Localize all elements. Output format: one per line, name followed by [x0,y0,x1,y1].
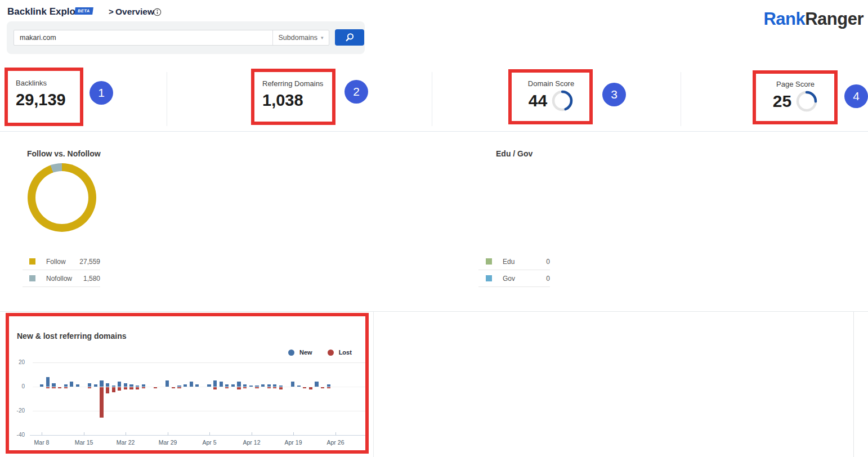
search-button[interactable] [335,29,364,46]
bar-new [129,384,133,387]
legend-separator [23,286,100,287]
gov-swatch [486,275,492,281]
annotation-circle-1: 1 [90,81,113,105]
bar-new [315,382,318,387]
bar-lost [243,387,247,388]
chevron-down-icon: ▾ [321,35,324,41]
bar-new [142,384,145,387]
follow-label: Follow [46,258,66,266]
domain-score-value: 44 [529,91,547,110]
bar-lost [88,387,91,388]
xtick-label: Mar 15 [67,439,101,446]
ytick-neg20: -20 [8,407,25,414]
domain-score-ring [551,89,574,112]
gov-label: Gov [503,275,515,283]
info-icon[interactable] [153,8,162,16]
backlink-explorer-page: Backlink Explorer BETA > Overview RankRa… [0,0,868,457]
edu-value: 0 [546,258,550,266]
bar-new [327,384,330,387]
bar-lost [52,387,55,388]
scope-dropdown[interactable]: Subdomains ▾ [272,30,329,45]
x-tick [42,432,42,435]
bar-new [255,386,258,387]
bar-new [94,384,97,387]
breadcrumb-overview: Overview [115,7,154,17]
page-score-ring [795,90,818,113]
xtick-label: Mar 8 [25,439,59,446]
bar-lost [327,387,330,388]
search-icon [344,32,355,43]
x-axis-line [30,435,366,436]
edu-gov-legend: Edu 0 Gov 0 [478,253,550,287]
bar-new [106,383,109,387]
edu-label: Edu [503,258,514,266]
page-score-label: Page Score [763,80,827,88]
referring-domains-label: Referring Domains [262,79,323,88]
bar-lost [46,387,50,388]
edu-swatch [486,258,492,265]
domain-search-input[interactable] [14,34,272,42]
domain-score-card: Domain Score 44 [518,79,584,112]
xtick-label: Mar 22 [109,439,142,446]
bar-new [70,382,73,387]
bar-new [249,386,253,387]
beta-badge: BETA [74,7,93,15]
backlinks-value: 29,139 [16,91,66,109]
bar-new [213,380,217,387]
bar-new [76,384,79,387]
bar-lost [273,387,276,388]
bar-new [136,386,139,387]
bar-chart-plot: Mar 8 Mar 15 Mar 22 Mar 29 Apr 5 Apr 12 … [33,350,366,451]
bar-new [112,386,115,387]
annotation-circle-3: 3 [602,83,626,106]
legend-item-edu[interactable]: Edu 0 [478,253,550,270]
xtick-label: Apr 5 [193,439,226,446]
edu-gov-chart-title: Edu / Gov [496,149,533,158]
bar-lost [321,387,324,388]
bar-new [279,386,283,387]
bar-new [297,386,301,387]
gridline-neg20 [33,411,366,411]
bar-lost [136,387,139,389]
bar-lost [255,387,258,388]
bar-new [267,384,271,387]
bar-new [40,384,43,387]
bottom-section-divider [0,311,868,312]
bar-lost [154,387,157,388]
scope-dropdown-label: Subdomains [278,34,317,42]
bar-new [52,383,55,387]
bar-new [273,384,276,387]
metrics-row-divider [0,131,868,132]
bar-new [261,384,265,387]
rankranger-logo: RankRanger [763,9,863,29]
legend-item-nofollow[interactable]: Nofollow 1,580 [23,270,100,286]
legend-item-follow[interactable]: Follow 27,559 [23,253,100,270]
follow-value: 27,559 [79,258,100,266]
bar-lost [213,387,217,389]
bar-new [165,380,169,387]
card-divider-1 [167,72,167,126]
x-tick [252,432,252,435]
search-bar: Subdomains ▾ [7,21,365,54]
bar-lost [106,387,109,393]
bar-chart-title: New & lost referring domains [17,331,126,340]
legend-item-gov[interactable]: Gov 0 [478,270,550,286]
breadcrumb-separator: > [109,7,114,16]
ytick-20: 20 [8,359,25,365]
backlinks-card: Backlinks 29,139 [16,79,66,109]
nofollow-label: Nofollow [46,275,72,283]
xtick-label: Apr 26 [319,439,352,446]
bar-new [207,384,211,387]
logo-ranger: Ranger [805,9,863,29]
bar-lost [172,387,175,388]
bar-lost [225,387,229,388]
x-tick [126,432,126,435]
page-score-card: Page Score 25 [763,80,827,113]
x-tick [209,432,210,435]
bar-lost [142,387,145,388]
follow-swatch [29,258,35,265]
bar-lost [58,387,61,388]
bar-new [118,382,121,387]
ytick-neg40: -40 [8,432,25,438]
bar-lost [309,387,312,389]
